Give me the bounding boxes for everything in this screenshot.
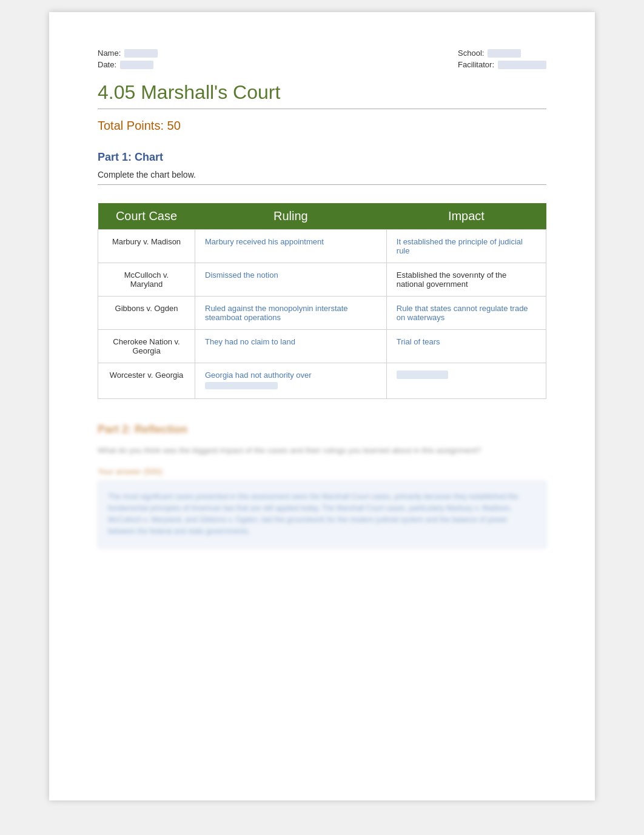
facilitator-row: Facilitator:	[458, 60, 546, 69]
table-row: Cherokee Nation v. Georgia They had no c…	[98, 330, 546, 363]
impact-cell-4: Trial of tears	[386, 330, 546, 363]
case-cell-5: Worcester v. Georgia	[98, 363, 195, 399]
school-label: School:	[458, 49, 484, 58]
col-header-ruling: Ruling	[195, 203, 387, 230]
impact-cell-5	[386, 363, 546, 399]
case-cell-1: Marbury v. Madison	[98, 230, 195, 263]
date-row: Date:	[98, 60, 158, 69]
case-cell-3: Gibbons v. Ogden	[98, 297, 195, 330]
answer-text: The most significant cases presented in …	[108, 492, 518, 536]
table-row: McCulloch v. Maryland Dismissed the noti…	[98, 263, 546, 297]
table-row: Worcester v. Georgia Georgia had not aut…	[98, 363, 546, 399]
date-label: Date:	[98, 60, 116, 69]
ruling-cell-2: Dismissed the notion	[195, 263, 387, 297]
school-value	[488, 49, 521, 58]
col-header-case: Court Case	[98, 203, 195, 230]
ruling-cell-5: Georgia had not authority over	[195, 363, 387, 399]
impact-cell-2: Established the soverınty of the nationa…	[386, 263, 546, 297]
date-value	[120, 61, 153, 69]
section-divider	[98, 184, 546, 185]
answer-box[interactable]: The most significant cases presented in …	[98, 481, 546, 548]
impact-cell-3: Rule that states cannot regulate trade o…	[386, 297, 546, 330]
header-right: School: Facilitator:	[458, 49, 546, 69]
school-row: School:	[458, 49, 546, 58]
page-container: Name: Date: School: Facilitator: 4.05 Ma…	[49, 12, 595, 800]
chart-table: Court Case Ruling Impact Marbury v. Madi…	[98, 203, 546, 399]
table-row: Marbury v. Madison Marbury received his …	[98, 230, 546, 263]
facilitator-value	[498, 61, 546, 69]
table-header: Court Case Ruling Impact	[98, 203, 546, 230]
name-value	[124, 49, 158, 58]
case-cell-2: McCulloch v. Maryland	[98, 263, 195, 297]
page-title: 4.05 Marshall's Court	[98, 81, 546, 104]
total-points: Total Points: 50	[98, 119, 546, 133]
header-row: Court Case Ruling Impact	[98, 203, 546, 230]
case-cell-4: Cherokee Nation v. Georgia	[98, 330, 195, 363]
name-label: Name:	[98, 49, 121, 58]
instruction-text: Complete the chart below.	[98, 170, 546, 179]
impact-cell-1: It established the principle of judicial…	[386, 230, 546, 263]
header-fields: Name: Date: School: Facilitator:	[98, 49, 546, 69]
part2-answer-label: Your answer (500):	[98, 467, 546, 476]
name-row: Name:	[98, 49, 158, 58]
facilitator-label: Facilitator:	[458, 60, 494, 69]
part2-question: What do you think was the biggest impact…	[98, 444, 546, 457]
ruling-cell-1: Marbury received his appointment	[195, 230, 387, 263]
part2-section: Part 2: Reflection What do you think was…	[98, 423, 546, 548]
part1-title: Part 1: Chart	[98, 151, 546, 164]
part2-title: Part 2: Reflection	[98, 423, 546, 436]
header-left: Name: Date:	[98, 49, 158, 69]
table-row: Gibbons v. Ogden Ruled against the monop…	[98, 297, 546, 330]
ruling-cell-4: They had no claim to land	[195, 330, 387, 363]
table-body: Marbury v. Madison Marbury received his …	[98, 230, 546, 399]
ruling-cell-3: Ruled against the monopolynin interstate…	[195, 297, 387, 330]
col-header-impact: Impact	[386, 203, 546, 230]
title-divider	[98, 109, 546, 109]
